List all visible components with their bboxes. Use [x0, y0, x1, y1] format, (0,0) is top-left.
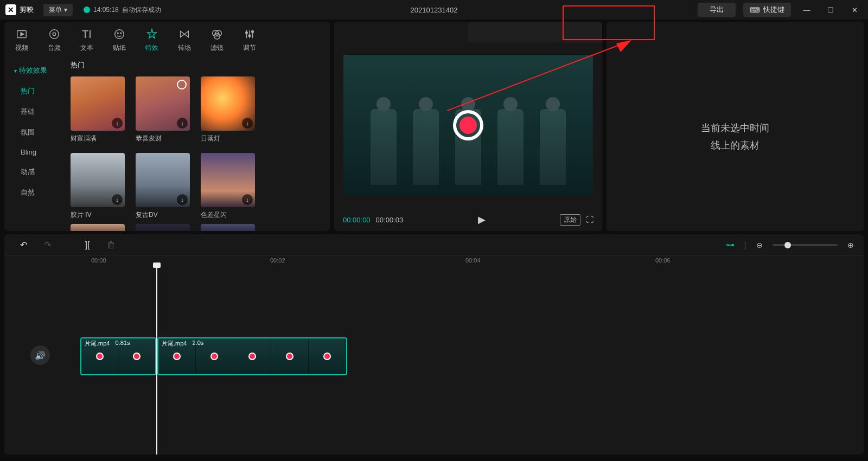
svg-point-2 [50, 30, 59, 39]
download-icon[interactable]: ↓ [177, 118, 188, 129]
timeline-clip[interactable]: 片尾.mp42.0s [157, 337, 347, 375]
zoom-slider[interactable] [773, 244, 838, 246]
cat-basic[interactable]: 基础 [4, 101, 64, 122]
tab-audio[interactable]: 音频 [44, 25, 64, 55]
preview-tab-player[interactable] [334, 22, 468, 42]
app-logo-icon: ✕ [5, 4, 16, 15]
effect-item[interactable]: ↓复古DV [136, 153, 190, 220]
app-name: 剪映 [20, 5, 34, 15]
titlebar: ✕ 剪映 菜单 ▾ 14:05:18 自动保存成功 202101231402 导… [0, 0, 868, 20]
autosave-text: 自动保存成功 [122, 5, 161, 15]
cat-dynamic[interactable]: 动感 [4, 162, 64, 182]
svg-point-15 [252, 31, 254, 33]
effect-item[interactable]: ↓胶片 IV [71, 153, 125, 220]
split-button[interactable]: ][ [78, 238, 97, 253]
section-title: 热门 [71, 60, 323, 70]
effect-item[interactable]: ↓恭喜发财 [136, 76, 190, 143]
window-close-button[interactable]: ✕ [846, 4, 863, 15]
effect-item[interactable]: ↓财富满满 [71, 76, 125, 143]
tab-adjust[interactable]: 调节 [240, 25, 259, 55]
cat-nature[interactable]: 自然 [4, 182, 64, 203]
timeline-ruler[interactable]: 00:00 00:02 00:04 00:06 [75, 256, 864, 267]
download-icon[interactable]: ↓ [242, 194, 253, 205]
ruler-mark: 00:04 [465, 257, 481, 264]
zoom-in-button[interactable]: ⊕ [847, 241, 854, 249]
zoom-out-button[interactable]: ⊖ [756, 241, 763, 249]
record-overlay-icon [453, 110, 483, 140]
adjust-icon [244, 27, 256, 41]
effect-item[interactable]: ↓色差星闪 [201, 153, 255, 220]
cat-bling[interactable]: Bling [4, 143, 64, 162]
playhead[interactable] [156, 267, 157, 454]
svg-point-14 [248, 35, 251, 37]
effect-item-partial[interactable] [71, 224, 125, 231]
tab-sticker[interactable]: 贴纸 [110, 25, 129, 55]
effect-icon [146, 27, 158, 41]
aspect-ratio-button[interactable]: 原始 [560, 214, 580, 226]
download-icon[interactable]: ↓ [242, 118, 253, 129]
effect-categories: ▾特效效果 热门 基础 氛围 Bling 动感 自然 [4, 55, 64, 231]
window-maximize-button[interactable]: ☐ [822, 4, 839, 15]
menu-label: 菜单 [49, 5, 62, 15]
ruler-mark: 00:00 [91, 257, 106, 264]
media-panel: 视频 音频 TI文本 贴纸 特效 转场 滤镜 调节 ▾特效效果 热门 基础 氛围… [4, 22, 330, 231]
window-minimize-button[interactable]: — [799, 4, 815, 15]
keyboard-icon: ⌨ [750, 6, 760, 14]
svg-point-3 [53, 33, 56, 36]
svg-point-4 [115, 30, 124, 39]
snap-toggle-button[interactable]: ⊶ [726, 240, 735, 250]
filter-icon [211, 27, 223, 41]
timeline-tracks[interactable]: 片尾.mp40.81s 片尾.mp42.0s [75, 267, 864, 446]
tab-video[interactable]: 视频 [12, 25, 31, 55]
cat-parent[interactable]: ▾特效效果 [4, 60, 64, 81]
track-mute-button[interactable]: 🔊 [30, 345, 50, 365]
media-tabs: 视频 音频 TI文本 贴纸 特效 转场 滤镜 调节 [4, 22, 330, 55]
project-name: 202101231402 [411, 6, 458, 14]
inspector-panel: 当前未选中时间 线上的素材 [607, 22, 864, 231]
caret-down-icon: ▾ [14, 68, 17, 74]
inspector-empty-state: 当前未选中时间 线上的素材 [607, 42, 864, 231]
export-button[interactable]: 导出 [698, 3, 736, 17]
chevron-down-icon: ▾ [64, 6, 67, 14]
redo-button[interactable]: ↷ [38, 238, 56, 253]
tab-effect[interactable]: 特效 [142, 25, 162, 55]
video-preview[interactable] [343, 55, 593, 196]
preview-tab-secondary[interactable] [468, 22, 602, 42]
play-button[interactable]: ▶ [478, 214, 486, 226]
ruler-mark: 00:06 [655, 257, 671, 264]
undo-button[interactable]: ↶ [14, 238, 33, 253]
autosave-time: 14:05:18 [93, 6, 119, 14]
cat-mood[interactable]: 氛围 [4, 122, 64, 143]
svg-point-13 [246, 31, 248, 34]
effect-item-partial[interactable] [201, 224, 255, 231]
sticker-icon [113, 27, 125, 41]
inspector-tab[interactable] [607, 22, 864, 42]
shortcuts-button[interactable]: ⌨ 快捷键 [743, 3, 791, 17]
transition-icon [178, 27, 190, 41]
tab-filter[interactable]: 滤镜 [207, 25, 227, 55]
select-ring-icon [177, 80, 187, 89]
audio-icon [48, 27, 60, 41]
download-icon[interactable]: ↓ [112, 118, 123, 129]
svg-point-6 [120, 33, 122, 34]
video-icon [16, 27, 28, 41]
effect-item[interactable]: ↓日落灯 [201, 76, 255, 143]
delete-button[interactable]: 🗑 [102, 238, 120, 253]
preview-panel: 00:00:00 00:00:03 ▶ 原始 ⛶ [334, 22, 602, 231]
autosave-success-icon [84, 7, 90, 13]
effect-item-partial[interactable] [136, 224, 190, 231]
menu-button[interactable]: 菜单 ▾ [43, 4, 73, 16]
tab-text[interactable]: TI文本 [77, 25, 97, 55]
fullscreen-button[interactable]: ⛶ [586, 215, 593, 224]
timeline-clip[interactable]: 片尾.mp40.81s [80, 337, 156, 375]
svg-marker-1 [21, 33, 24, 36]
autosave-status: 14:05:18 自动保存成功 [84, 5, 161, 15]
cat-hot[interactable]: 热门 [4, 81, 64, 101]
download-icon[interactable]: ↓ [112, 194, 123, 205]
ruler-mark: 00:02 [270, 257, 285, 264]
total-time: 00:00:03 [376, 216, 404, 224]
tab-trans[interactable]: 转场 [175, 25, 194, 55]
current-time: 00:00:00 [343, 216, 371, 224]
timeline-panel: ↶ ↷ ][ 🗑 ⊶ | ⊖ ⊕ 00:00 00:02 00:04 00:06… [4, 234, 864, 454]
download-icon[interactable]: ↓ [177, 194, 188, 205]
